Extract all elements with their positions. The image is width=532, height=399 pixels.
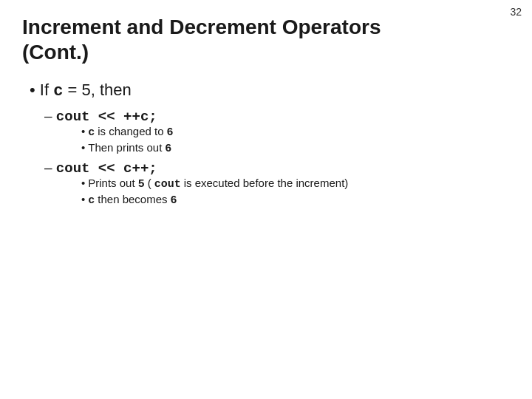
val-6-changed: 6 <box>167 126 174 139</box>
val-6-prints: 6 <box>165 143 171 155</box>
slide-title: Increment and Decrement Operators (Cont.… <box>22 15 510 64</box>
cout-inline: cout <box>154 178 181 191</box>
prints-out-text: Prints out <box>88 177 134 189</box>
slide-content: Increment and Decrement Operators (Cont.… <box>0 0 532 228</box>
bullet-c-changed: c is changed to 6 <box>81 125 510 139</box>
bullet-prints-6: Then prints out 6 <box>81 141 510 155</box>
bullet-prints-5: Prints out 5 (cout is executed before th… <box>81 177 510 191</box>
main-bullet-1: • If c = 5, then <box>30 81 510 100</box>
title-line2: (Cont.) <box>22 41 89 64</box>
sub-section-preincrement: – cout << ++c; c is changed to 6 Then pr… <box>44 108 510 155</box>
sub-header-postincrement: – cout << c++; <box>44 160 510 177</box>
title-line1: Increment and Decrement Operators <box>22 16 381 38</box>
executed-text: is executed before the increment) <box>184 177 349 189</box>
bullet-c-becomes: c then becomes 6 <box>81 193 510 207</box>
val-5: 5 <box>138 178 145 191</box>
bullet-middle: = 5, then <box>63 81 131 99</box>
then-prints-text: Then prints out <box>88 141 162 154</box>
var-c-becomes: c <box>88 194 95 207</box>
changed-text: is changed to <box>98 125 163 137</box>
page-number: 32 <box>510 6 522 18</box>
then-becomes-text: then becomes <box>98 193 167 205</box>
paren-open: ( <box>148 177 151 189</box>
val-6-becomes: 6 <box>171 194 177 207</box>
var-c-changed: c <box>88 126 95 139</box>
sub-section-postincrement: – cout << c++; Prints out 5 (cout is exe… <box>44 160 510 207</box>
var-c-main: c <box>53 82 63 100</box>
sub-header-preincrement: – cout << ++c; <box>44 108 510 125</box>
bullet-prefix: • If <box>30 81 53 99</box>
